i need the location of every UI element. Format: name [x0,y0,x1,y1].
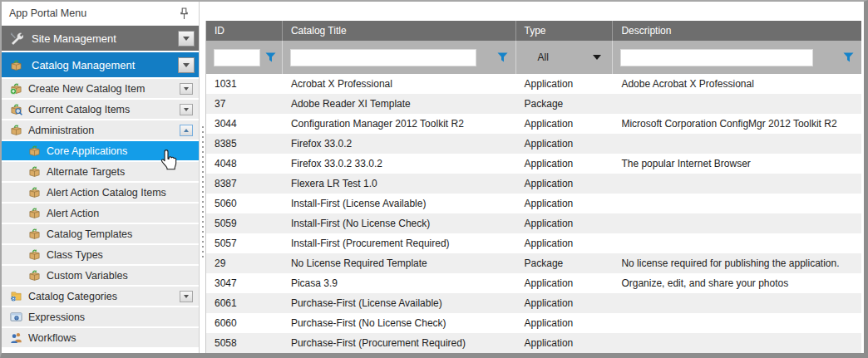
expander-button[interactable] [180,125,193,136]
cell-id: 5059 [206,213,283,233]
table-row[interactable]: 6061Purchase-First (License Available)Ap… [206,293,861,313]
column-header-description[interactable]: Description [613,21,861,41]
filter-input-title[interactable] [290,49,476,66]
cell-type: Application [516,114,614,134]
table-row[interactable]: 8385Firefox 33.0.2Application [206,134,861,154]
cell-type: Application [516,293,614,313]
sidebar-item-label: Workflows [28,332,193,344]
cell-type: Package [516,253,614,273]
sidebar-item-label: Catalog Categories [28,291,180,302]
package-icon [27,269,41,282]
table-row[interactable]: 4048Firefox 33.0.2 33.0.2ApplicationThe … [206,154,861,174]
cell-type: Application [516,174,614,194]
expander-button[interactable] [178,31,195,47]
cell-type: Application [516,273,614,293]
chevron-down-icon [184,108,189,111]
pin-icon[interactable] [180,7,189,20]
sidebar-item-catalog-categories[interactable]: Catalog Categories [2,287,199,306]
chevron-down-icon [184,295,189,298]
sidebar-item-label: Custom Variables [47,270,193,282]
cell-id: 4048 [206,154,283,174]
cell-title: Adobe Reader XI Template [283,94,516,114]
column-header-type[interactable]: Type [516,21,614,41]
sidebar-title: App Portal Menu [9,7,86,19]
sidebar: App Portal Menu Site ManagementCatalog M… [2,2,200,353]
cell-title: Picasa 3.9 [283,273,516,293]
expander-button[interactable] [180,104,193,115]
filter-funnel-icon[interactable] [843,52,854,62]
cell-id: 29 [206,253,283,273]
sidebar-item-expressions[interactable]: Expressions [2,307,199,326]
column-header-label: ID [215,25,224,37]
chevron-down-icon [183,63,190,67]
cell-id: 8387 [206,174,283,194]
filter-funnel-icon[interactable] [265,52,276,62]
sidebar-menu: Site ManagementCatalog ManagementCreate … [2,26,199,349]
cell-description [613,174,861,194]
catalog-items-table: IDCatalog TitleTypeDescription All 1031A… [205,21,861,353]
table-row[interactable]: 3044Configuration Manager 2012 Toolkit R… [206,114,861,134]
filter-funnel-icon[interactable] [497,52,508,62]
column-header-catalog-title[interactable]: Catalog Title [283,21,516,41]
package-icon [8,57,24,73]
cell-id: 5060 [206,194,283,213]
filter-cell-id [206,41,283,74]
workflows-icon [9,331,22,345]
cell-type: Application [516,213,614,233]
cell-id: 6061 [206,293,283,313]
cell-type: Application [516,333,614,353]
cell-description [613,293,861,313]
cell-description [613,134,861,154]
sidebar-item-custom-variables[interactable]: Custom Variables [2,266,199,285]
cell-id: 3044 [206,114,283,134]
package-icon [27,207,41,220]
table-row[interactable]: 3047Picasa 3.9ApplicationOrganize, edit,… [206,273,861,293]
filter-input-id[interactable] [214,49,260,66]
package-icon [27,228,41,241]
cell-description [613,94,861,114]
table-row[interactable]: 8387Flexera LR Test 1.0Application [206,174,861,194]
cell-title: Acrobat X Professional [283,74,516,94]
sidebar-group-label: Catalog Management [32,59,178,71]
sidebar-item-alternate-targets[interactable]: Alternate Targets [2,162,199,181]
cell-description: Organize, edit, and share your photos [613,273,861,293]
sidebar-item-create-new-catalog-item[interactable]: Create New Catalog Item [2,79,199,98]
sidebar-group-catalog-management[interactable]: Catalog Management [2,52,199,77]
sidebar-group-site-management[interactable]: Site Management [2,26,199,51]
table-row[interactable]: 6060Purchase-First (No License Check)App… [206,313,861,333]
sidebar-item-label: Alert Action Catalog Items [47,187,193,199]
expander-button[interactable] [180,83,193,95]
table-row[interactable]: 1031Acrobat X ProfessionalApplicationAdo… [206,74,861,94]
table-row[interactable]: 5059Install-First (No License Check)Appl… [206,213,861,233]
expander-button[interactable] [180,291,193,302]
cell-title: Configuration Manager 2012 Toolkit R2 [283,114,516,134]
sidebar-item-alert-action-catalog-items[interactable]: Alert Action Catalog Items [2,183,199,202]
table-row[interactable]: 29No License Required TemplatePackageNo … [206,253,861,273]
table-row[interactable]: 5057Install-First (Procurement Required)… [206,233,861,253]
cell-id: 3047 [206,273,283,293]
sidebar-item-alert-action[interactable]: Alert Action [2,204,199,223]
column-header-id[interactable]: ID [206,21,283,41]
cell-id: 37 [206,94,283,114]
package-icon [27,186,41,199]
table-row[interactable]: 37Adobe Reader XI TemplatePackage [206,94,861,114]
sidebar-splitter[interactable] [200,2,205,353]
sidebar-item-class-types[interactable]: Class Types [2,245,199,264]
table-row[interactable]: 5060Install-First (License Available)App… [206,194,861,213]
sidebar-item-catalog-templates[interactable]: Catalog Templates [2,224,199,243]
cell-title: Purchase-First (Procurement Required) [283,333,516,353]
table-filter-row: All [206,41,861,74]
type-filter-dropdown[interactable]: All [524,51,605,63]
sidebar-item-current-catalog-items[interactable]: Current Catalog Items [2,100,199,119]
expander-button[interactable] [178,57,195,73]
table-header-row: IDCatalog TitleTypeDescription [206,21,861,41]
sidebar-item-core-applications[interactable]: Core Applications [2,141,199,160]
sidebar-item-administration[interactable]: Administration [2,120,199,140]
sidebar-item-label: Core Applications [47,145,193,157]
sidebar-item-workflows[interactable]: Workflows [2,328,199,347]
table-row[interactable]: 5058Purchase-First (Procurement Required… [206,333,861,353]
filter-input-description[interactable] [620,49,813,66]
cell-title: Install-First (Procurement Required) [283,233,516,253]
table-body: 1031Acrobat X ProfessionalApplicationAdo… [206,74,861,353]
filter-cell-description [613,41,861,74]
